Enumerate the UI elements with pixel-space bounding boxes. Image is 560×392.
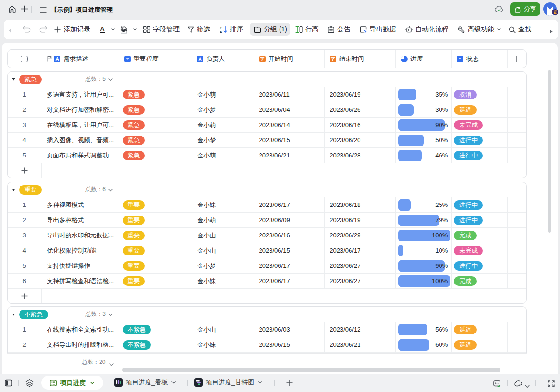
svg-text:A: A	[220, 30, 222, 34]
svg-text:A: A	[198, 56, 202, 61]
svg-text:A: A	[56, 56, 60, 61]
svg-text:A: A	[100, 26, 104, 32]
